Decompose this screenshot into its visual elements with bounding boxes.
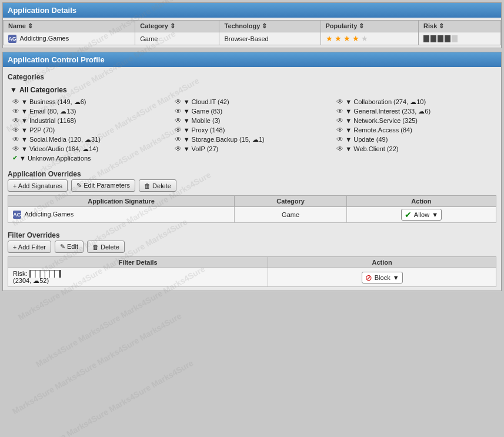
eye-icon[interactable]: 👁 [336, 135, 343, 144]
override-action-cell: ✔ Allow ▼ [346, 207, 496, 223]
chevron-icon[interactable]: ▼ [21, 145, 28, 152]
cat-networkservice: 👁 ▼ Network.Service (325) [336, 116, 496, 125]
chevron-icon[interactable]: ▼ [183, 136, 190, 143]
chevron-icon[interactable]: ▼ [345, 117, 352, 124]
chevron-icon[interactable]: ▼ [183, 145, 190, 152]
cat-label: Cloud.IT (42) [192, 98, 229, 105]
eye-icon[interactable]: 👁 [175, 145, 182, 153]
col-risk[interactable]: Risk ⇕ [419, 21, 501, 32]
eye-icon[interactable]: 👁 [12, 107, 19, 115]
chevron-icon[interactable]: ▼ [21, 136, 28, 143]
cat-label: Business (149, ☁6) [29, 98, 86, 106]
eye-icon[interactable]: 👁 [12, 126, 19, 134]
eye-icon[interactable]: 👁 [12, 145, 19, 153]
cat-industrial: 👁 ▼ Industrial (1168) [12, 116, 172, 125]
application-details-panel: Application Details Name ⇕ Category ⇕ Te… [2, 2, 502, 48]
eye-icon[interactable]: 👁 [175, 98, 182, 106]
allow-label: Allow [414, 211, 429, 218]
chevron-icon[interactable]: ▼ [183, 117, 190, 124]
app-overrides-table: Application Signature Category Action AG… [8, 195, 496, 223]
override-category: Game [235, 207, 347, 223]
check-icon: ✔ [12, 154, 18, 162]
col-name[interactable]: Name ⇕ [4, 21, 135, 32]
app-control-profile-panel: Application Control Profile Categories ▼… [2, 52, 502, 291]
chevron-icon[interactable]: ▼ [183, 98, 190, 105]
cat-remoteaccess: 👁 ▼ Remote.Access (84) [336, 126, 496, 134]
filter-override-row: Risk: ██████ (2304, ☁52) ⊘ Block ▼ [8, 268, 496, 287]
delete-signature-button[interactable]: 🗑 Delete [139, 179, 176, 192]
chevron-icon[interactable]: ▼ [345, 136, 352, 143]
eye-icon[interactable]: 👁 [175, 116, 182, 125]
chevron-icon[interactable]: ▼ [183, 126, 190, 134]
table-row: AG Addicting.Games Game Browser-Based ★ … [4, 32, 501, 45]
cat-label: Unknown Applications [28, 155, 91, 162]
filter-overrides-section: Filter Overrides + Add Filter ✎ Edit 🗑 D… [8, 229, 496, 287]
add-filter-button[interactable]: + Add Filter [8, 241, 51, 253]
delete-filter-button[interactable]: 🗑 Delete [87, 241, 125, 253]
all-categories-label: All Categories [19, 86, 67, 94]
cat-label: Web.Client (22) [353, 145, 398, 152]
cat-unknown-apps: ✔ ▼ Unknown Applications [12, 154, 172, 162]
categories-tree: ▼ All Categories 👁 ▼ Business (149, ☁6) … [8, 85, 496, 163]
eye-icon[interactable]: 👁 [336, 145, 343, 153]
app-category: Game [135, 32, 219, 45]
eye-icon[interactable]: 👁 [12, 116, 19, 125]
eye-icon[interactable]: 👁 [12, 98, 19, 106]
eye-icon[interactable]: 👁 [336, 107, 343, 115]
chevron-icon[interactable]: ▼ [345, 145, 352, 152]
chevron-icon[interactable]: ▼ [21, 98, 28, 105]
cat-videoaudio: 👁 ▼ Video/Audio (164, ☁14) [12, 145, 172, 153]
cat-mobile: 👁 ▼ Mobile (3) [175, 116, 335, 125]
app-details-title: Application Details [8, 6, 76, 15]
col-technology[interactable]: Technology ⇕ [219, 21, 321, 32]
star-2: ★ [335, 34, 342, 43]
allow-action-button[interactable]: ✔ Allow ▼ [401, 209, 442, 221]
cat-label: Remote.Access (84) [353, 126, 412, 134]
app-overrides-label: Application Overrides [8, 168, 496, 179]
col-popularity[interactable]: Popularity ⇕ [321, 21, 419, 32]
eye-icon[interactable]: 👁 [175, 107, 182, 115]
col-category[interactable]: Category ⇕ [135, 21, 219, 32]
col-app-action: Action [346, 196, 496, 207]
chevron-icon[interactable]: ▼ [345, 108, 352, 115]
edit-filter-button[interactable]: ✎ Edit [55, 241, 84, 253]
chevron-icon[interactable]: ▼ [345, 126, 352, 134]
cat-socialmedia: 👁 ▼ Social.Media (120, ☁31) [12, 135, 172, 144]
star-1: ★ [326, 34, 333, 43]
app-name: Addicting.Games [19, 35, 69, 42]
eye-icon[interactable]: 👁 [336, 116, 343, 125]
edit-parameters-button[interactable]: ✎ Edit Parameters [71, 179, 135, 192]
chevron-icon[interactable]: ▼ [21, 108, 28, 115]
cat-business: 👁 ▼ Business (149, ☁6) [12, 98, 172, 106]
chevron-icon[interactable]: ▼ [21, 117, 28, 124]
cat-label: P2P (70) [29, 126, 55, 134]
eye-icon[interactable]: 👁 [336, 126, 343, 134]
cat-storagebackup: 👁 ▼ Storage.Backup (15, ☁1) [175, 135, 335, 144]
eye-icon[interactable]: 👁 [175, 126, 182, 134]
eye-icon[interactable]: 👁 [175, 135, 182, 144]
cat-voip: 👁 ▼ VoIP (27) [175, 145, 335, 153]
cat-label: General.Interest (233, ☁6) [353, 108, 430, 115]
star-4: ★ [352, 34, 359, 43]
cat-generalinterest: 👁 ▼ General.Interest (233, ☁6) [336, 107, 496, 115]
chevron-icon[interactable]: ▼ [21, 126, 28, 134]
star-3: ★ [343, 34, 351, 43]
filter-overrides-label: Filter Overrides [8, 229, 496, 241]
chevron-icon[interactable]: ▼ [345, 98, 352, 105]
chevron-down-icon: ▼ [10, 86, 17, 94]
cat-label: Proxy (148) [192, 126, 225, 134]
chevron-icon[interactable]: ▼ [19, 155, 26, 162]
app-technology: Browser-Based [219, 32, 321, 45]
block-action-button[interactable]: ⊘ Block ▼ [362, 272, 403, 283]
app-details-header: Application Details [3, 3, 501, 18]
cat-label: Mobile (3) [192, 117, 221, 124]
eye-icon[interactable]: 👁 [336, 98, 343, 106]
risk-seg-5 [452, 35, 458, 42]
all-categories-item[interactable]: ▼ All Categories [8, 85, 496, 96]
categories-grid: 👁 ▼ Business (149, ☁6) 👁 ▼ Cloud.IT (42)… [8, 96, 496, 163]
add-signatures-button[interactable]: + Add Signatures [8, 179, 68, 192]
chevron-icon[interactable]: ▼ [183, 108, 190, 115]
app-risk [419, 32, 501, 45]
override-sig-label: Addicting.Games [24, 211, 74, 218]
eye-icon[interactable]: 👁 [12, 135, 19, 144]
